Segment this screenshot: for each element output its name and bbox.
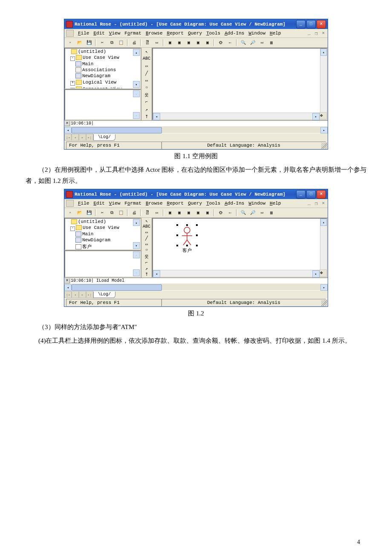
diagram-canvas[interactable]: 客户 ▴▾ ◂▸ ✥ — [152, 218, 328, 278]
pan-icon[interactable]: ✥ — [320, 112, 327, 119]
resize-grip-icon[interactable] — [321, 300, 327, 306]
pan-icon[interactable]: ✥ — [320, 269, 327, 277]
new-icon[interactable]: ▫ — [66, 39, 75, 47]
context-help-icon[interactable]: ⍰ — [143, 209, 152, 217]
undo-icon[interactable]: ← — [226, 39, 234, 47]
tab-next-icon[interactable]: ▸ — [79, 291, 86, 298]
browse-next-icon[interactable]: ▣ — [203, 209, 212, 217]
tab-prev-icon[interactable]: ◂ — [72, 291, 79, 298]
zoom-out-icon[interactable]: 🔎 — [248, 39, 257, 47]
maximize-button[interactable]: □ — [306, 20, 316, 29]
mdi-restore-button[interactable]: ❐ — [314, 201, 319, 206]
menu-file[interactable]: File — [76, 30, 91, 36]
tree-newdiagram[interactable]: NewDiagram — [75, 237, 140, 243]
undo-icon[interactable]: ← — [226, 209, 234, 217]
tab-last-icon[interactable]: ▸| — [86, 134, 93, 141]
scroll-up-icon[interactable]: ▴ — [133, 219, 140, 226]
log-hscroll[interactable]: ◂ ▸ — [64, 127, 328, 133]
dependency-tool[interactable]: ↗ — [141, 106, 152, 113]
diagram-canvas[interactable]: ▴▾ ◂▸ ✥ — [152, 48, 328, 120]
browse-prev-icon[interactable]: ▣ — [194, 39, 202, 47]
undoc-icon[interactable]: ▥ — [267, 209, 276, 217]
scroll-thumb[interactable] — [72, 284, 162, 291]
browser-tree[interactable]: ▴ ▾ (untitled) -Use Case View Main Assoc… — [64, 48, 141, 89]
menu-addins[interactable]: Add-Ins — [223, 200, 246, 206]
close-button[interactable]: × — [317, 20, 326, 29]
cut-icon[interactable]: ✂ — [98, 39, 107, 47]
context-help-icon[interactable]: ⍰ — [143, 39, 152, 47]
browse-spec-icon[interactable]: ▣ — [184, 39, 193, 47]
tree-component-view[interactable]: +Component View — [70, 86, 140, 89]
dependency-tool[interactable]: ↗ — [141, 266, 152, 272]
save-icon[interactable]: 💾 — [85, 209, 93, 217]
scroll-left-icon[interactable]: ◂ — [64, 284, 72, 291]
mdi-minimize-button[interactable]: _ — [306, 201, 312, 206]
canvas-hscroll[interactable]: ◂▸ — [153, 113, 320, 119]
association-tool[interactable]: ⌐ — [141, 98, 152, 106]
browse-parent-icon[interactable]: ▣ — [175, 209, 184, 217]
browser-tree[interactable]: ▴ ▾ (untitled) -Use Case View Main NewDi… — [64, 218, 141, 250]
menu-window[interactable]: Window — [247, 30, 267, 36]
menu-query[interactable]: Query — [186, 30, 204, 36]
documentation-pane[interactable]: ▴ ▾ — [64, 89, 141, 120]
tree-root[interactable]: (untitled) — [70, 49, 140, 55]
scroll-right-icon[interactable]: ▸ — [312, 113, 320, 120]
select-tool[interactable]: ↖ — [141, 48, 152, 55]
zoom-in-icon[interactable]: 🔍 — [239, 209, 248, 217]
scroll-up-icon[interactable]: ▴ — [320, 219, 327, 226]
tab-prev-icon[interactable]: ◂ — [72, 134, 79, 141]
anchor-tool[interactable]: ╱ — [141, 235, 152, 241]
package-tool[interactable]: ▭ — [141, 241, 152, 247]
print-icon[interactable]: 🖨 — [130, 39, 138, 47]
zoom-in-icon[interactable]: 🔍 — [239, 39, 248, 47]
tree-customer-actor[interactable]: 客户 — [75, 243, 140, 250]
maximize-button[interactable]: □ — [306, 190, 316, 199]
menu-tools[interactable]: Tools — [205, 30, 222, 36]
tree-logical-view[interactable]: +Logical View — [70, 79, 140, 86]
scroll-down-icon[interactable]: ▾ — [133, 112, 140, 119]
usecase-tool[interactable]: ○ — [141, 247, 152, 253]
scroll-right-icon[interactable]: ▸ — [320, 284, 328, 291]
usecase-tool[interactable]: ○ — [141, 84, 152, 91]
zoom-tool-icon[interactable]: ⯐ — [216, 209, 225, 217]
tree-main[interactable]: Main — [75, 61, 140, 67]
scroll-up-icon[interactable]: ▴ — [133, 90, 140, 97]
menu-report[interactable]: Report — [165, 200, 186, 206]
tree-newdiagram[interactable]: NewDiagram — [75, 73, 140, 79]
select-tool[interactable]: ↖ — [141, 218, 152, 224]
mdi-close-button[interactable]: × — [320, 201, 326, 206]
browse-next-icon[interactable]: ▣ — [203, 39, 212, 47]
menu-window[interactable]: Window — [247, 200, 267, 206]
new-icon[interactable]: ▫ — [66, 209, 75, 217]
log-tab[interactable]: \Log/ — [93, 134, 115, 141]
paste-icon[interactable]: 📋 — [117, 209, 125, 217]
canvas-vscroll[interactable]: ▴▾ — [320, 219, 327, 277]
cut-icon[interactable]: ✂ — [98, 209, 107, 217]
menu-format[interactable]: Format — [123, 200, 143, 206]
menu-format[interactable]: Format — [123, 30, 143, 36]
copy-icon[interactable]: ⧉ — [107, 39, 116, 47]
view-doc-icon[interactable]: ▭ — [153, 39, 161, 47]
title-bar[interactable]: Rational Rose - (untitled) - [Use Case D… — [64, 189, 328, 199]
scroll-left-icon[interactable]: ◂ — [153, 113, 160, 120]
tree-main[interactable]: Main — [75, 231, 140, 237]
scroll-thumb[interactable] — [72, 127, 162, 133]
association-tool[interactable]: ⌐ — [141, 260, 152, 266]
tab-next-icon[interactable]: ▸ — [79, 134, 86, 141]
scroll-left-icon[interactable]: ◂ — [64, 127, 72, 133]
package-tool[interactable]: ▭ — [141, 77, 152, 84]
close-button[interactable]: × — [317, 190, 326, 199]
menu-query[interactable]: Query — [186, 200, 204, 206]
actor-element[interactable]: 客户 — [172, 223, 202, 255]
scroll-up-icon[interactable]: ▴ — [133, 49, 140, 56]
tree-usecase-view[interactable]: -Use Case View Main Associations NewDiag… — [70, 55, 140, 79]
undoc-icon[interactable]: ▥ — [267, 39, 276, 47]
open-icon[interactable]: 📂 — [75, 209, 84, 217]
paste-icon[interactable]: 📋 — [117, 39, 125, 47]
menu-file[interactable]: File — [76, 200, 91, 206]
menu-tools[interactable]: Tools — [205, 200, 222, 206]
zoom-out-icon[interactable]: 🔎 — [248, 209, 257, 217]
fit-window-icon[interactable]: ▭ — [258, 209, 266, 217]
minimize-button[interactable]: _ — [296, 190, 306, 199]
save-icon[interactable]: 💾 — [85, 39, 93, 47]
